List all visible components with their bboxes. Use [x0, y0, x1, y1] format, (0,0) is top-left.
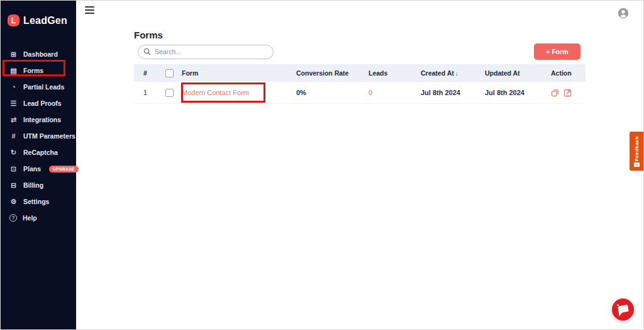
sidebar-item-label: Lead Proofs — [23, 100, 62, 107]
sidebar-item-label: Integrations — [23, 116, 61, 123]
upgrade-badge[interactable]: UPGRADE — [49, 166, 79, 173]
sidebar-item-forms[interactable]: ▤ Forms — [1, 62, 76, 79]
select-all-checkbox-cell — [157, 69, 182, 77]
sidebar-item-billing[interactable]: ⊟ Billing — [1, 177, 76, 193]
column-header-action: Action — [551, 69, 586, 77]
help-icon: ? — [9, 214, 17, 222]
sort-desc-icon: ↓ — [455, 71, 458, 77]
sidebar-item-partial-leads[interactable]: ◔ Partial Leads — [1, 79, 76, 95]
search-icon — [143, 48, 151, 55]
created-at-value: Jul 8th 2024 — [421, 89, 485, 96]
sidebar-item-plans[interactable]: ⊡ Plans UPGRADE — [1, 161, 76, 177]
feedback-tab[interactable]: Feedback — [630, 132, 643, 171]
lead-proofs-icon: ☰ — [9, 100, 18, 108]
feedback-smiley-icon — [634, 162, 640, 168]
recaptcha-icon: ↻ — [9, 149, 18, 157]
sidebar-item-label: UTM Parameters — [23, 132, 75, 140]
sidebar-item-label: Partial Leads — [23, 83, 64, 91]
dashboard-icon: ⊞ — [9, 50, 18, 59]
app-window: L LeadGen ⊞ Dashboard ▤ Forms ◔ Partial … — [0, 0, 644, 330]
hamburger-menu-icon[interactable] — [85, 6, 94, 14]
search-box — [138, 45, 274, 59]
logo-text: LeadGen — [23, 15, 67, 26]
sidebar-item-help[interactable]: ? Help — [1, 210, 76, 226]
row-actions — [551, 89, 586, 97]
main-content: Forms + Form # Form Conversion Rate Lead… — [134, 30, 586, 104]
toolbar: + Form — [134, 43, 586, 60]
sidebar-item-recaptcha[interactable]: ↻ ReCaptcha — [1, 144, 76, 161]
sidebar-item-label: Dashboard — [23, 50, 58, 58]
edit-icon[interactable] — [564, 89, 572, 97]
form-name-link[interactable]: Modern Contact Form — [182, 89, 249, 96]
add-form-button[interactable]: + Form — [534, 43, 580, 60]
sidebar-item-settings[interactable]: ⚙ Settings — [1, 193, 76, 210]
sidebar: L LeadGen ⊞ Dashboard ▤ Forms ◔ Partial … — [1, 1, 76, 329]
column-header-form[interactable]: Form — [182, 69, 296, 77]
plans-icon: ⊡ — [9, 165, 18, 173]
leadgen-logo-icon: L — [8, 14, 19, 26]
sidebar-item-lead-proofs[interactable]: ☰ Lead Proofs — [1, 95, 76, 111]
utm-parameters-icon: # — [9, 132, 18, 140]
sidebar-nav: ⊞ Dashboard ▤ Forms ◔ Partial Leads ☰ Le… — [1, 46, 76, 226]
billing-icon: ⊟ — [9, 181, 18, 190]
row-index: 1 — [134, 89, 157, 96]
duplicate-icon[interactable] — [551, 89, 559, 97]
integrations-icon: ⇄ — [9, 116, 18, 124]
forms-icon: ▤ — [9, 67, 18, 75]
column-header-index[interactable]: # — [134, 69, 157, 77]
logo[interactable]: L LeadGen — [1, 1, 76, 26]
sidebar-item-label: ReCaptcha — [23, 149, 58, 156]
user-avatar-icon[interactable] — [618, 8, 629, 19]
leads-count-link[interactable]: 0 — [369, 89, 421, 96]
sidebar-item-label: Plans — [23, 165, 41, 173]
table-row: 1 Modern Contact Form 0% 0 Jul 8th 2024 … — [134, 82, 586, 104]
sidebar-item-label: Billing — [23, 181, 43, 189]
column-header-created-at[interactable]: Created At↓ — [421, 69, 485, 77]
chat-bubble-dot — [617, 304, 619, 306]
sidebar-item-label: Forms — [23, 67, 43, 74]
sidebar-item-label: Settings — [23, 198, 49, 205]
sidebar-item-label: Help — [23, 214, 37, 222]
updated-at-value: Jul 8th 2024 — [485, 89, 551, 96]
partial-leads-icon: ◔ — [9, 83, 18, 91]
sidebar-item-utm-parameters[interactable]: # UTM Parameters — [1, 128, 76, 144]
page-title: Forms — [134, 30, 586, 40]
sidebar-item-dashboard[interactable]: ⊞ Dashboard — [1, 46, 76, 62]
table-header-row: # Form Conversion Rate Leads Created At↓… — [134, 64, 586, 82]
sidebar-item-integrations[interactable]: ⇄ Integrations — [1, 111, 76, 128]
chat-widget-button[interactable] — [612, 299, 634, 321]
column-header-updated-at[interactable]: Updated At — [485, 69, 551, 77]
conversion-rate-value: 0% — [296, 89, 369, 96]
select-all-checkbox[interactable] — [165, 69, 174, 77]
search-input[interactable] — [155, 48, 268, 55]
settings-icon: ⚙ — [9, 198, 18, 206]
feedback-tab-label: Feedback — [634, 136, 640, 161]
row-checkbox[interactable] — [165, 89, 174, 97]
column-header-leads[interactable]: Leads — [369, 69, 421, 77]
column-header-conversion-rate[interactable]: Conversion Rate — [296, 69, 369, 77]
chat-bubble-icon — [618, 305, 629, 314]
row-checkbox-cell — [157, 89, 182, 97]
